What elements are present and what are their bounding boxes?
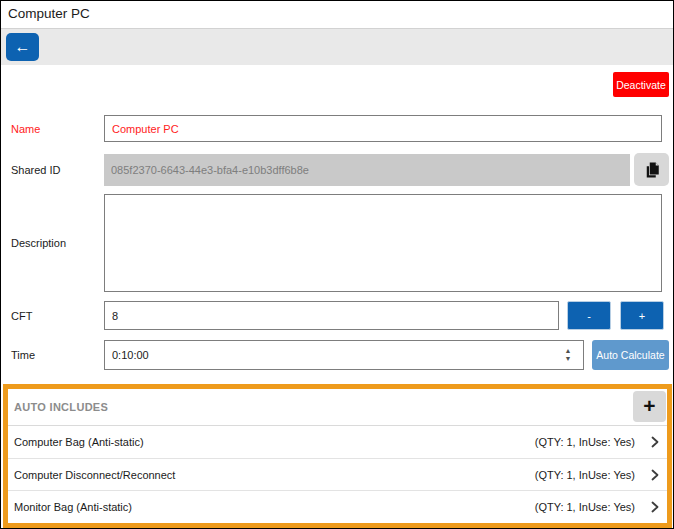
- time-input[interactable]: [104, 340, 584, 370]
- cft-label: CFT: [11, 301, 32, 330]
- back-button[interactable]: ←: [6, 33, 39, 61]
- copy-icon: [643, 161, 661, 179]
- item-name: Monitor Bag (Anti-static): [14, 501, 535, 513]
- toolbar: ←: [1, 29, 673, 65]
- chevron-right-icon: [649, 436, 661, 448]
- back-arrow-icon: ←: [15, 39, 31, 55]
- chevron-right-icon: [649, 469, 661, 481]
- chevron-right-icon: [649, 501, 661, 513]
- list-item-monitor-bag[interactable]: Monitor Bag (Anti-static) (QTY: 1, InUse…: [8, 491, 667, 523]
- item-qty-inuse: (QTY: 1, InUse: Yes): [535, 501, 635, 513]
- auto-includes-section: AUTO INCLUDES + Computer Bag (Anti-stati…: [3, 384, 672, 528]
- spinner-down-icon[interactable]: ▼: [565, 355, 572, 363]
- name-input[interactable]: [104, 115, 662, 142]
- cft-increment-button[interactable]: +: [620, 301, 664, 330]
- item-qty-inuse: (QTY: 1, InUse: Yes): [535, 469, 635, 481]
- app-window: Computer PC ← Deactivate Name Shared ID …: [0, 0, 674, 529]
- cft-input[interactable]: [104, 301, 559, 330]
- description-label: Description: [11, 194, 66, 292]
- shared-id-input: [104, 154, 630, 186]
- add-include-button[interactable]: +: [633, 391, 666, 422]
- auto-includes-header: AUTO INCLUDES +: [8, 389, 667, 426]
- page-title: Computer PC: [8, 6, 90, 21]
- copy-shared-id-button[interactable]: [634, 153, 669, 186]
- item-name: Computer Disconnect/Reconnect: [14, 469, 535, 481]
- item-qty-inuse: (QTY: 1, InUse: Yes): [535, 436, 635, 448]
- description-input[interactable]: [104, 194, 662, 292]
- plus-icon: +: [643, 395, 655, 416]
- time-label: Time: [11, 340, 35, 370]
- auto-includes-title: AUTO INCLUDES: [14, 401, 108, 413]
- name-label: Name: [11, 115, 40, 142]
- list-item-computer-bag[interactable]: Computer Bag (Anti-static) (QTY: 1, InUs…: [8, 426, 667, 459]
- item-name: Computer Bag (Anti-static): [14, 436, 535, 448]
- cft-decrement-button[interactable]: -: [567, 301, 611, 330]
- auto-calculate-button[interactable]: Auto Calculate: [592, 340, 669, 370]
- deactivate-button[interactable]: Deactivate: [613, 72, 669, 97]
- time-spinner[interactable]: ▲ ▼: [558, 342, 578, 368]
- shared-id-label: Shared ID: [11, 154, 61, 186]
- list-item-computer-disconnect[interactable]: Computer Disconnect/Reconnect (QTY: 1, I…: [8, 459, 667, 492]
- spinner-up-icon[interactable]: ▲: [565, 347, 572, 355]
